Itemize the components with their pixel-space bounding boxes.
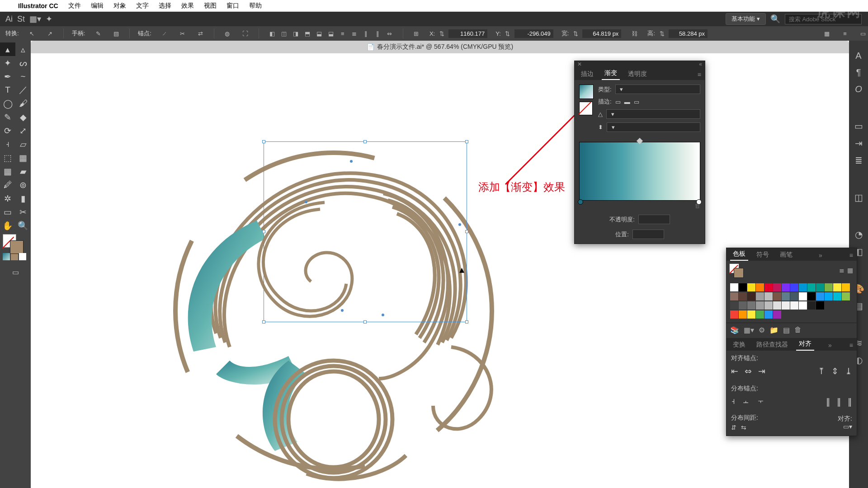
convert-anchor-icon[interactable]: ↖ (27, 28, 37, 38)
arrange-documents-icon[interactable]: ▦▾ (29, 14, 41, 24)
menu-file[interactable]: 文件 (68, 2, 81, 10)
w-link-icon[interactable]: ⇅ (571, 28, 580, 38)
align-hcenter-icon[interactable]: ◫ (279, 28, 289, 38)
document-tab[interactable]: 📄 春分演示文件.ai* @ 567.64% (CMYK/GPU 预览) (31, 41, 849, 53)
new-swatch-icon[interactable]: ▤ (783, 326, 790, 334)
swatch-color[interactable] (773, 292, 781, 300)
search-input[interactable] (785, 14, 862, 24)
swatches-expand-icon[interactable]: » (815, 250, 826, 261)
new-color-group-icon[interactable]: 📁 (769, 326, 778, 334)
asset-export-panel-icon[interactable]: ⇥ (855, 138, 863, 149)
swatch-color[interactable] (747, 292, 755, 300)
tab-opacity[interactable]: 透明度 (625, 68, 650, 80)
gradient-slider[interactable] (579, 142, 700, 201)
column-graph-tool-icon[interactable]: ▮ (15, 192, 31, 205)
tab-pathfinder[interactable]: 路径查找器 (754, 339, 791, 351)
zoom-tool-icon[interactable]: 🔍 (15, 219, 31, 232)
swatch-color[interactable] (816, 283, 824, 291)
swatch-color[interactable] (764, 301, 773, 310)
swatch-color[interactable] (842, 283, 850, 291)
gradient-panel[interactable]: ✕ « 描边 渐变 透明度 ≡ 类型: ▾ 描边: ▭ ▬ ▭ (574, 61, 705, 244)
none-mode-icon[interactable] (19, 253, 26, 260)
swatch-color[interactable] (756, 301, 764, 310)
swatch-color[interactable] (739, 292, 747, 300)
color-mode-icon[interactable] (11, 253, 18, 260)
swatch-color[interactable] (807, 301, 816, 310)
free-transform-tool-icon[interactable]: ▱ (15, 137, 31, 151)
menu-window[interactable]: 窗口 (226, 2, 239, 10)
swatch-color[interactable] (756, 310, 764, 319)
h-link-icon[interactable]: ⇅ (657, 28, 667, 38)
swatch-color[interactable] (730, 301, 738, 310)
swatch-color[interactable] (730, 283, 738, 291)
swatch-color[interactable] (807, 283, 816, 291)
stroke-within-icon[interactable]: ▭ (615, 99, 621, 105)
gradient-thumbnail[interactable] (579, 84, 594, 99)
swatch-color[interactable] (756, 292, 764, 300)
width-tool-icon[interactable]: ⫞ (0, 137, 15, 151)
mesh-tool-icon[interactable]: ▦ (0, 164, 15, 178)
dist-spacing-icon[interactable]: ⇔ (385, 28, 395, 38)
swatch-color[interactable] (833, 283, 841, 291)
menu-select[interactable]: 选择 (159, 2, 171, 10)
direct-selection-tool-icon[interactable]: ▵ (15, 42, 31, 56)
align-top-icon[interactable]: ⬒ (302, 28, 312, 38)
blend-tool-icon[interactable]: ⊚ (15, 178, 31, 192)
gpu-preview-icon[interactable]: ✦ (46, 14, 52, 24)
swatch-color[interactable] (790, 292, 798, 300)
ellipse-tool-icon[interactable]: ◯ (0, 97, 15, 110)
align-to-select[interactable]: ▭▾ (843, 423, 852, 430)
convert-anchor-smooth-icon[interactable]: ↗ (45, 28, 55, 38)
paragraph-panel-icon[interactable]: ¶ (856, 67, 861, 78)
align-left-icon[interactable]: ◧ (267, 28, 277, 38)
dist-h-icon[interactable]: ≡ (338, 28, 348, 38)
swatch-color[interactable] (782, 301, 790, 310)
crop-icon[interactable]: ⛶ (241, 28, 250, 38)
swatch-kind-icon[interactable]: ▦▾ (744, 326, 754, 334)
stroke-swatch[interactable] (10, 240, 24, 254)
align-right-icon[interactable]: ◨ (291, 28, 301, 38)
reference-point-icon[interactable]: ⊞ (411, 28, 421, 38)
dist-top-btn[interactable]: ‖ (826, 396, 830, 407)
h-input[interactable] (669, 29, 708, 38)
dist-spacing-h-icon[interactable]: ‖ (361, 28, 371, 38)
tab-stroke[interactable]: 描边 (578, 68, 596, 80)
gradient-tool-icon[interactable]: ▰ (15, 164, 31, 178)
menu-effect[interactable]: 效果 (181, 2, 194, 10)
y-input[interactable] (514, 29, 553, 38)
align-vcenter-btn[interactable]: ⇕ (831, 366, 839, 376)
gradient-mode-icon[interactable] (3, 253, 10, 260)
tab-swatches[interactable]: 色板 (730, 248, 748, 261)
libraries-panel-icon[interactable]: ◫ (854, 192, 863, 203)
perspective-tool-icon[interactable]: ▦ (15, 151, 31, 164)
gradient-type-select[interactable]: ▾ (615, 84, 700, 94)
panel-close-icon[interactable]: ✕ (577, 61, 582, 67)
panel-menu-icon[interactable]: ≡ (694, 69, 705, 80)
swatch-color[interactable] (764, 310, 773, 319)
fill-stroke-control[interactable] (0, 232, 31, 253)
angle-select[interactable]: ▾ (606, 109, 700, 119)
swatch-color[interactable] (747, 310, 755, 319)
rotate-tool-icon[interactable]: ⟳ (0, 124, 15, 137)
dist-bottom-btn[interactable]: ‖ (848, 396, 852, 407)
dist-vcenter-btn[interactable]: ‖ (837, 396, 841, 407)
dist-left-btn[interactable]: ⫞ (731, 396, 736, 407)
swatch-grid-view-icon[interactable]: ▦ (847, 267, 853, 274)
swatch-color[interactable] (825, 292, 833, 300)
swatch-color[interactable] (782, 292, 790, 300)
swatch-color[interactable] (833, 292, 841, 300)
menu-view[interactable]: 视图 (204, 2, 217, 10)
type-tool-icon[interactable]: T (0, 83, 15, 97)
swatch-color[interactable] (739, 301, 747, 310)
dist-spacing-v-btn[interactable]: ⇵ (731, 424, 736, 431)
align-left-btn[interactable]: ⇤ (731, 366, 738, 376)
delete-swatch-icon[interactable]: 🗑 (794, 326, 802, 334)
swatch-color[interactable] (739, 283, 747, 291)
swatch-color[interactable] (730, 292, 738, 300)
paintbrush-tool-icon[interactable]: 🖌 (15, 97, 31, 110)
tab-transform[interactable]: 变换 (730, 339, 748, 351)
align-bottom-icon[interactable]: ⬓ (326, 28, 336, 38)
shape-panel-icon[interactable]: ▭ (858, 28, 868, 38)
swatch-color[interactable] (799, 301, 807, 310)
artboards-panel-icon[interactable]: ▭ (854, 121, 863, 131)
